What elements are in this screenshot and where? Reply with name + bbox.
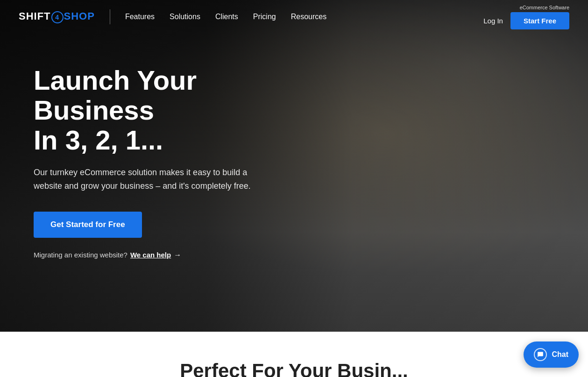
ecommerce-label: eCommerce Software — [520, 5, 569, 10]
hero-title-line1: Launch Your Business — [34, 65, 197, 125]
hero-title: Launch Your Business In 3, 2, 1... — [34, 65, 256, 155]
chat-icon — [534, 348, 547, 361]
login-link[interactable]: Log In — [483, 17, 503, 25]
site-header: SHIFT4SHOP Features Solutions Clients Pr… — [0, 0, 588, 34]
migrate-link[interactable]: We can help — [130, 251, 171, 259]
hero-content: Launch Your Business In 3, 2, 1... Our t… — [0, 0, 290, 259]
migrate-row: Migrating an existing website? We can he… — [34, 251, 256, 259]
main-nav: Features Solutions Clients Pricing Resou… — [125, 13, 483, 21]
nav-clients[interactable]: Clients — [215, 13, 238, 21]
logo-divider — [110, 9, 110, 24]
chat-widget[interactable]: Chat — [524, 341, 579, 368]
header-right: eCommerce Software Log In Start Free — [483, 5, 569, 29]
hero-section: Launch Your Business In 3, 2, 1... Our t… — [0, 0, 588, 332]
get-started-button[interactable]: Get Started for Free — [34, 212, 142, 238]
nav-resources[interactable]: Resources — [291, 13, 326, 21]
header-actions: Log In Start Free — [483, 12, 569, 29]
arrow-icon: → — [174, 251, 181, 259]
start-free-button[interactable]: Start Free — [510, 12, 569, 29]
chat-label: Chat — [552, 350, 568, 359]
migrate-static-text: Migrating an existing website? — [34, 251, 128, 259]
logo-4: 4 — [51, 11, 64, 23]
nav-features[interactable]: Features — [125, 13, 155, 21]
below-hero-title: Perfect For Your Busin... — [0, 360, 588, 377]
hero-title-line2: In 3, 2, 1... — [34, 125, 163, 155]
hero-subtitle: Our turnkey eCommerce solution makes it … — [34, 166, 256, 193]
nav-pricing[interactable]: Pricing — [253, 13, 276, 21]
logo-shift: SHIFT — [19, 10, 51, 22]
logo-shop: SHOP — [64, 10, 95, 22]
nav-solutions[interactable]: Solutions — [170, 13, 200, 21]
logo[interactable]: SHIFT4SHOP — [19, 10, 95, 23]
below-hero-section: Perfect For Your Busin... — [0, 332, 588, 377]
